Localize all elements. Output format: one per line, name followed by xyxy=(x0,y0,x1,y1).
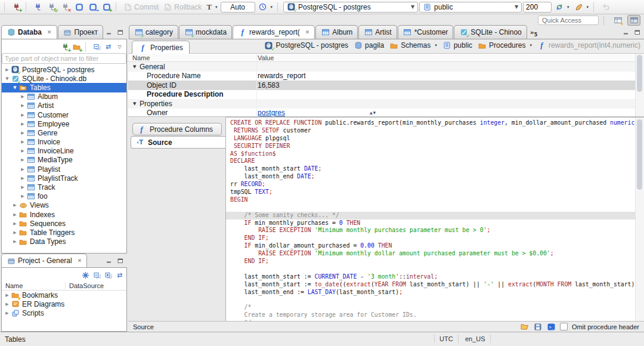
breadcrumb-rewards-report-int4-numeric[interactable]: frewards_report(int4,numeric) xyxy=(537,41,640,50)
code-line[interactable]: last_month_start := CURRENT_DATE - '3 mo… xyxy=(230,273,643,281)
reconnect-button[interactable]: ↻ xyxy=(45,1,58,13)
expand-arrow-icon[interactable]: ▶ xyxy=(4,302,10,307)
expand-arrow-icon[interactable]: ▶ xyxy=(20,131,26,135)
max-icon[interactable] xyxy=(633,29,642,36)
collapse-arrow-icon[interactable]: ▼ xyxy=(12,85,18,90)
property-row-general[interactable]: ▼General xyxy=(128,62,644,72)
quick-access-input[interactable] xyxy=(538,16,599,25)
code-line[interactable] xyxy=(230,204,643,212)
expand-arrow-icon[interactable]: ▶ xyxy=(4,311,10,316)
expand-arrow-icon[interactable]: ▶ xyxy=(20,94,26,99)
expand-all-icon[interactable] xyxy=(104,271,113,279)
tab-customer[interactable]: *Customer xyxy=(398,25,454,39)
tab-artist[interactable]: Artist xyxy=(358,25,397,39)
code-line[interactable]: DECLARE xyxy=(230,157,643,165)
code-line[interactable]: CREATE OR REPLACE FUNCTION public.reward… xyxy=(230,119,643,127)
code-line[interactable]: last_month_end DATE; xyxy=(230,173,643,181)
connection-plus-icon[interactable]: + xyxy=(61,43,70,51)
tab-mockdata[interactable]: ✓mockdata xyxy=(179,25,232,39)
property-row-procedure-name[interactable]: Procedure Namerewards_report xyxy=(128,72,644,81)
tree-item-album[interactable]: ▶Album xyxy=(2,92,126,101)
code-line[interactable]: last_month_end := LAST_DAY(last_month_st… xyxy=(230,289,643,296)
timezone-indicator[interactable]: UTC xyxy=(434,335,459,343)
commit-mode-combo[interactable]: Auto xyxy=(221,2,255,13)
side-tab-source[interactable]: ‹TSource xyxy=(131,136,225,149)
tree-item-views[interactable]: ▶Views xyxy=(2,201,126,210)
code-line[interactable]: IF min_monthly_purchases = 0 THEN xyxy=(230,220,643,227)
expand-arrow-icon[interactable]: ▶ xyxy=(20,167,26,172)
tree-item-invoice[interactable]: ▶Invoice xyxy=(2,138,126,147)
tree-item-invoiceline[interactable]: ▶InvoiceLine xyxy=(2,147,126,156)
code-line[interactable]: /* xyxy=(230,304,643,311)
hidden-tabs-chevron[interactable]: »5 xyxy=(530,29,538,38)
disconnect-button[interactable]: ✕ xyxy=(59,1,72,13)
tab-properties[interactable]: f Properties xyxy=(132,41,190,54)
tree-item-table-triggers[interactable]: ▶Table Triggers xyxy=(2,228,126,237)
tree-item-foo[interactable]: ▶foo xyxy=(2,192,126,201)
expand-arrow-icon[interactable]: ▶ xyxy=(20,149,26,153)
expand-arrow-icon[interactable]: ▶ xyxy=(12,221,18,226)
link-editor-icon[interactable]: ⇄ xyxy=(104,43,113,51)
code-line[interactable] xyxy=(230,265,643,273)
connect-button[interactable] xyxy=(32,1,44,13)
max-icon[interactable] xyxy=(116,29,125,36)
min-icon[interactable] xyxy=(621,29,630,36)
column-name[interactable]: Name xyxy=(128,54,258,61)
locale-indicator[interactable]: en_US xyxy=(460,335,491,343)
view-menu-icon[interactable]: ▽ xyxy=(115,43,124,51)
close-icon[interactable]: ✕ xyxy=(47,29,52,35)
active-connection-combo[interactable]: ✓PostgreSQL - postgres▼ xyxy=(283,2,418,13)
source-editor[interactable]: CREATE OR REPLACE FUNCTION public.reward… xyxy=(225,117,644,321)
code-line[interactable]: END IF; xyxy=(230,258,643,265)
terminal-icon[interactable]: >_ xyxy=(547,323,556,330)
code-line[interactable]: BEGIN xyxy=(230,196,643,204)
expand-arrow-icon[interactable]: ▶ xyxy=(12,230,18,235)
view-tab-project-general[interactable]: Project - General ✕ xyxy=(1,254,87,267)
close-icon[interactable]: ✕ xyxy=(305,29,310,35)
tree-item-indexes[interactable]: ▶Indexes xyxy=(2,210,126,219)
scrollbar-thumb[interactable] xyxy=(637,119,642,190)
grid-scrollbar[interactable] xyxy=(635,54,644,116)
expand-arrow-icon[interactable]: ▶ xyxy=(4,293,10,298)
transaction-mode-button[interactable]: T▾ xyxy=(205,1,219,13)
max-icon[interactable] xyxy=(116,257,125,265)
tab-проект[interactable]: Проект xyxy=(58,25,104,39)
code-line[interactable]: rr RECORD; xyxy=(230,181,643,189)
tree-item-postgresql-postgres[interactable]: ▶✓PostgreSQL - postgres xyxy=(2,65,126,74)
tree-item-artist[interactable]: ▶Artist xyxy=(2,101,126,110)
expand-arrow-icon[interactable]: ▶ xyxy=(12,239,18,244)
breadcrumb-schemas[interactable]: Schemas▾ xyxy=(389,41,437,50)
expand-arrow-icon[interactable]: ▶ xyxy=(4,67,10,72)
object-filter-input[interactable] xyxy=(2,53,126,64)
breadcrumb-public[interactable]: public xyxy=(442,41,472,50)
new-connection-button[interactable]: + xyxy=(10,1,23,13)
new-sql-editor-button[interactable]: + xyxy=(100,1,113,13)
expand-arrow-icon[interactable]: ▶ xyxy=(12,212,18,217)
open-folder-icon[interactable] xyxy=(521,323,530,330)
data-format-button[interactable]: ▾ xyxy=(572,1,591,13)
code-line[interactable]: RAISE EXCEPTION 'Minimum monthly dollar … xyxy=(230,250,643,258)
save-icon[interactable] xyxy=(534,323,543,330)
code-line[interactable]: last_month_start := to_date((extract(YEA… xyxy=(230,281,643,289)
tree-item-sequences[interactable]: ▶Sequences xyxy=(2,219,126,228)
code-line[interactable]: tmpSQL TEXT; xyxy=(230,189,643,196)
breadcrumb-procedures[interactable]: Procedures▾ xyxy=(478,41,532,50)
tree-item-track[interactable]: ▶Track xyxy=(2,183,126,191)
expand-arrow-icon[interactable]: ▶ xyxy=(12,203,18,208)
side-tab-procedure-columns[interactable]: fProcedure Columns xyxy=(132,123,222,135)
sql-source-code[interactable]: CREATE OR REPLACE FUNCTION public.reward… xyxy=(230,119,643,321)
expand-arrow-icon[interactable]: ▶ xyxy=(20,194,26,199)
expand-arrow-icon[interactable]: ▶ xyxy=(20,122,26,126)
property-row-procedure-description[interactable]: Procedure Description xyxy=(128,90,644,100)
breadcrumb-postgresql-postgres[interactable]: ✓PostgreSQL - postgres xyxy=(264,41,348,50)
splitter-handle-icon[interactable]: ▲▼ xyxy=(370,110,376,115)
code-line[interactable]: RAISE EXCEPTION 'Minimum monthly purchas… xyxy=(230,227,643,234)
property-row-properties[interactable]: ▼Properties xyxy=(128,99,644,109)
transaction-log-button[interactable]: ▾ xyxy=(256,1,275,13)
undo-button[interactable] xyxy=(599,1,612,13)
code-line[interactable]: IF min_dollar_amount_purchased = 0.00 TH… xyxy=(230,242,643,250)
code-line[interactable]: Create a temporary storage area for Cust… xyxy=(230,311,643,319)
owner-link[interactable]: postgres xyxy=(258,109,285,117)
code-line[interactable]: END IF; xyxy=(230,234,643,242)
tree-item-customer[interactable]: ▶Customer xyxy=(2,110,126,119)
